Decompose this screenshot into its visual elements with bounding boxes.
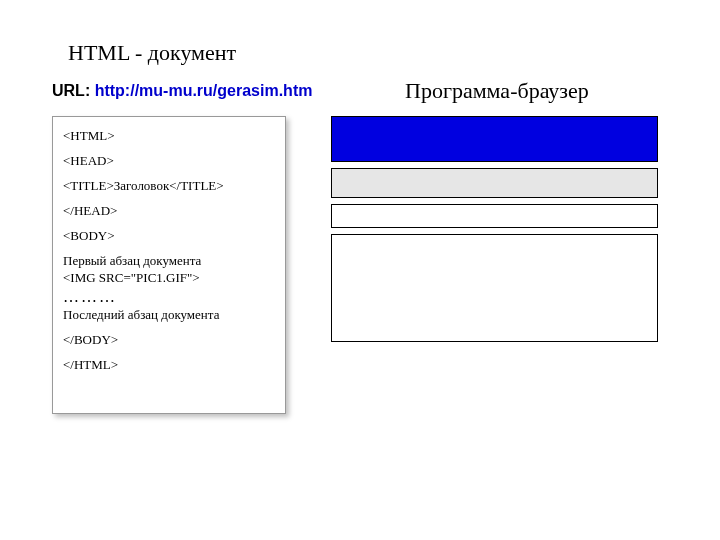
browser-menu-bar <box>331 168 658 198</box>
code-line: <BODY> <box>63 229 275 244</box>
code-line: <IMG SRC="PIC1.GIF"> <box>63 271 275 286</box>
code-line: <HTML> <box>63 129 275 144</box>
code-line: <TITLE>Заголовок</TITLE> <box>63 179 275 194</box>
code-line: </HEAD> <box>63 204 275 219</box>
heading-html-document: HTML - документ <box>68 40 236 66</box>
browser-window <box>331 116 658 342</box>
browser-content-area <box>331 234 658 342</box>
html-source-box: <HTML> <HEAD> <TITLE>Заголовок</TITLE> <… <box>52 116 286 414</box>
code-line: Последний абзац документа <box>63 308 275 323</box>
code-line: </HTML> <box>63 358 275 373</box>
code-line: <HEAD> <box>63 154 275 169</box>
heading-browser: Программа-браузер <box>405 78 589 104</box>
browser-title-bar <box>331 116 658 162</box>
code-line: </BODY> <box>63 333 275 348</box>
code-ellipsis: ……… <box>63 288 275 306</box>
browser-address-bar <box>331 204 658 228</box>
code-line: Первый абзац документа <box>63 254 275 269</box>
url-value: http://mu-mu.ru/gerasim.htm <box>95 82 313 99</box>
url-label: URL: <box>52 82 95 99</box>
url-line: URL: http://mu-mu.ru/gerasim.htm <box>52 82 312 100</box>
